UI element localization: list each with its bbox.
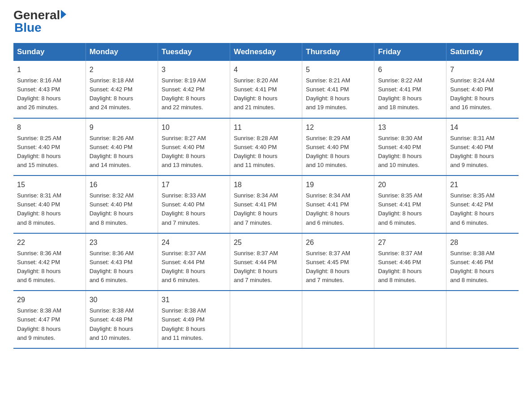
- day-info: Sunrise: 8:35 AM Sunset: 4:42 PM Dayligh…: [450, 191, 515, 227]
- day-info: Sunrise: 8:32 AM Sunset: 4:40 PM Dayligh…: [90, 191, 154, 227]
- logo: General Blue: [13, 9, 66, 34]
- day-info: Sunrise: 8:24 AM Sunset: 4:40 PM Dayligh…: [450, 76, 515, 112]
- day-info: Sunrise: 8:16 AM Sunset: 4:43 PM Dayligh…: [17, 76, 82, 112]
- day-number: 30: [90, 295, 154, 305]
- day-number: 28: [450, 237, 515, 248]
- day-number: 23: [90, 237, 154, 248]
- day-number: 12: [306, 122, 370, 133]
- day-number: 14: [450, 122, 515, 133]
- calendar-day-cell: 1Sunrise: 8:16 AM Sunset: 4:43 PM Daylig…: [13, 61, 86, 118]
- calendar-table: SundayMondayTuesdayWednesdayThursdayFrid…: [13, 43, 519, 349]
- calendar-week-row: 1Sunrise: 8:16 AM Sunset: 4:43 PM Daylig…: [13, 61, 519, 118]
- day-number: 27: [378, 237, 442, 248]
- calendar-day-cell: [374, 291, 446, 348]
- weekday-header-monday: Monday: [86, 43, 158, 61]
- calendar-day-cell: 7Sunrise: 8:24 AM Sunset: 4:40 PM Daylig…: [446, 61, 519, 118]
- calendar-day-cell: 18Sunrise: 8:34 AM Sunset: 4:41 PM Dayli…: [230, 176, 302, 233]
- calendar-day-cell: 15Sunrise: 8:31 AM Sunset: 4:40 PM Dayli…: [13, 176, 86, 233]
- day-number: 17: [162, 180, 226, 190]
- day-info: Sunrise: 8:21 AM Sunset: 4:41 PM Dayligh…: [306, 76, 370, 112]
- day-info: Sunrise: 8:37 AM Sunset: 4:44 PM Dayligh…: [162, 249, 226, 285]
- calendar-day-cell: 2Sunrise: 8:18 AM Sunset: 4:42 PM Daylig…: [86, 61, 158, 118]
- day-number: 1: [17, 64, 82, 75]
- calendar-day-cell: 20Sunrise: 8:35 AM Sunset: 4:41 PM Dayli…: [374, 176, 446, 233]
- logo-blue-text: Blue: [14, 21, 42, 34]
- day-info: Sunrise: 8:34 AM Sunset: 4:41 PM Dayligh…: [234, 191, 298, 227]
- page-header: General Blue: [13, 9, 519, 34]
- calendar-day-cell: [446, 291, 519, 348]
- day-info: Sunrise: 8:37 AM Sunset: 4:45 PM Dayligh…: [306, 249, 370, 285]
- day-info: Sunrise: 8:36 AM Sunset: 4:43 PM Dayligh…: [90, 249, 154, 285]
- calendar-week-row: 22Sunrise: 8:36 AM Sunset: 4:42 PM Dayli…: [13, 233, 519, 291]
- day-number: 31: [162, 295, 226, 305]
- day-number: 13: [378, 122, 442, 133]
- day-info: Sunrise: 8:22 AM Sunset: 4:41 PM Dayligh…: [378, 76, 442, 112]
- day-number: 18: [234, 180, 298, 190]
- day-number: 4: [234, 64, 298, 75]
- calendar-day-cell: 25Sunrise: 8:37 AM Sunset: 4:44 PM Dayli…: [230, 233, 302, 291]
- calendar-day-cell: 6Sunrise: 8:22 AM Sunset: 4:41 PM Daylig…: [374, 61, 446, 118]
- calendar-day-cell: 10Sunrise: 8:27 AM Sunset: 4:40 PM Dayli…: [158, 118, 230, 176]
- calendar-day-cell: [302, 291, 374, 348]
- calendar-day-cell: 22Sunrise: 8:36 AM Sunset: 4:42 PM Dayli…: [13, 233, 86, 291]
- day-info: Sunrise: 8:31 AM Sunset: 4:40 PM Dayligh…: [450, 134, 515, 170]
- day-number: 3: [162, 64, 226, 75]
- day-number: 15: [17, 180, 82, 190]
- day-info: Sunrise: 8:26 AM Sunset: 4:40 PM Dayligh…: [90, 134, 154, 170]
- day-info: Sunrise: 8:27 AM Sunset: 4:40 PM Dayligh…: [162, 134, 226, 170]
- day-number: 2: [90, 64, 154, 75]
- day-number: 16: [90, 180, 154, 190]
- calendar-day-cell: 11Sunrise: 8:28 AM Sunset: 4:40 PM Dayli…: [230, 118, 302, 176]
- logo-triangle-icon: [61, 10, 66, 19]
- weekday-header-saturday: Saturday: [446, 43, 519, 61]
- calendar-week-row: 29Sunrise: 8:38 AM Sunset: 4:47 PM Dayli…: [13, 291, 519, 348]
- day-number: 24: [162, 237, 226, 248]
- day-number: 22: [17, 237, 82, 248]
- calendar-day-cell: 9Sunrise: 8:26 AM Sunset: 4:40 PM Daylig…: [86, 118, 158, 176]
- calendar-day-cell: 27Sunrise: 8:37 AM Sunset: 4:46 PM Dayli…: [374, 233, 446, 291]
- day-info: Sunrise: 8:38 AM Sunset: 4:47 PM Dayligh…: [17, 306, 82, 342]
- weekday-header-sunday: Sunday: [13, 43, 86, 61]
- calendar-day-cell: 12Sunrise: 8:29 AM Sunset: 4:40 PM Dayli…: [302, 118, 374, 176]
- day-number: 7: [450, 64, 515, 75]
- day-info: Sunrise: 8:28 AM Sunset: 4:40 PM Dayligh…: [234, 134, 298, 170]
- day-number: 20: [378, 180, 442, 190]
- day-number: 5: [306, 64, 370, 75]
- calendar-day-cell: 31Sunrise: 8:38 AM Sunset: 4:49 PM Dayli…: [158, 291, 230, 348]
- calendar-week-row: 8Sunrise: 8:25 AM Sunset: 4:40 PM Daylig…: [13, 118, 519, 176]
- calendar-day-cell: 16Sunrise: 8:32 AM Sunset: 4:40 PM Dayli…: [86, 176, 158, 233]
- day-info: Sunrise: 8:35 AM Sunset: 4:41 PM Dayligh…: [378, 191, 442, 227]
- day-info: Sunrise: 8:38 AM Sunset: 4:48 PM Dayligh…: [90, 306, 154, 342]
- weekday-header-row: SundayMondayTuesdayWednesdayThursdayFrid…: [13, 43, 519, 61]
- day-info: Sunrise: 8:18 AM Sunset: 4:42 PM Dayligh…: [90, 76, 154, 112]
- calendar-day-cell: 8Sunrise: 8:25 AM Sunset: 4:40 PM Daylig…: [13, 118, 86, 176]
- calendar-day-cell: 28Sunrise: 8:38 AM Sunset: 4:46 PM Dayli…: [446, 233, 519, 291]
- day-number: 8: [17, 122, 82, 133]
- day-info: Sunrise: 8:33 AM Sunset: 4:40 PM Dayligh…: [162, 191, 226, 227]
- calendar-day-cell: 5Sunrise: 8:21 AM Sunset: 4:41 PM Daylig…: [302, 61, 374, 118]
- logo-general-text: General: [13, 9, 60, 21]
- day-info: Sunrise: 8:38 AM Sunset: 4:46 PM Dayligh…: [450, 249, 515, 285]
- day-info: Sunrise: 8:30 AM Sunset: 4:40 PM Dayligh…: [378, 134, 442, 170]
- weekday-header-thursday: Thursday: [302, 43, 374, 61]
- day-info: Sunrise: 8:25 AM Sunset: 4:40 PM Dayligh…: [17, 134, 82, 170]
- calendar-day-cell: 19Sunrise: 8:34 AM Sunset: 4:41 PM Dayli…: [302, 176, 374, 233]
- day-number: 26: [306, 237, 370, 248]
- calendar-day-cell: 26Sunrise: 8:37 AM Sunset: 4:45 PM Dayli…: [302, 233, 374, 291]
- day-info: Sunrise: 8:38 AM Sunset: 4:49 PM Dayligh…: [162, 306, 226, 342]
- calendar-day-cell: 14Sunrise: 8:31 AM Sunset: 4:40 PM Dayli…: [446, 118, 519, 176]
- day-number: 6: [378, 64, 442, 75]
- day-info: Sunrise: 8:37 AM Sunset: 4:44 PM Dayligh…: [234, 249, 298, 285]
- day-number: 9: [90, 122, 154, 133]
- day-info: Sunrise: 8:37 AM Sunset: 4:46 PM Dayligh…: [378, 249, 442, 285]
- day-number: 29: [17, 295, 82, 305]
- calendar-day-cell: 30Sunrise: 8:38 AM Sunset: 4:48 PM Dayli…: [86, 291, 158, 348]
- day-info: Sunrise: 8:34 AM Sunset: 4:41 PM Dayligh…: [306, 191, 370, 227]
- calendar-day-cell: 13Sunrise: 8:30 AM Sunset: 4:40 PM Dayli…: [374, 118, 446, 176]
- day-number: 11: [234, 122, 298, 133]
- calendar-day-cell: 3Sunrise: 8:19 AM Sunset: 4:42 PM Daylig…: [158, 61, 230, 118]
- calendar-day-cell: [230, 291, 302, 348]
- calendar-day-cell: 17Sunrise: 8:33 AM Sunset: 4:40 PM Dayli…: [158, 176, 230, 233]
- day-info: Sunrise: 8:19 AM Sunset: 4:42 PM Dayligh…: [162, 76, 226, 112]
- calendar-day-cell: 29Sunrise: 8:38 AM Sunset: 4:47 PM Dayli…: [13, 291, 86, 348]
